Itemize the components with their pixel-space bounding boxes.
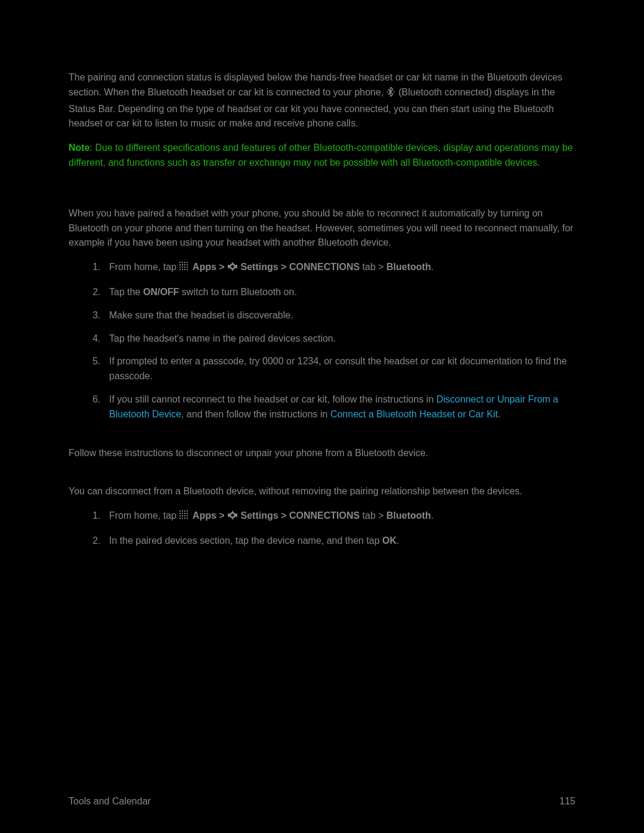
text: .: [498, 409, 500, 419]
svg-rect-24: [182, 513, 183, 514]
apps-label: Apps: [193, 510, 216, 521]
svg-rect-17: [187, 269, 188, 270]
svg-point-18: [231, 265, 234, 268]
apps-grid-icon: [179, 261, 190, 277]
svg-rect-34: [187, 518, 188, 519]
text: From home, tap: [109, 510, 179, 521]
settings-label: Settings: [241, 510, 278, 521]
svg-rect-28: [182, 515, 183, 516]
svg-rect-5: [187, 262, 188, 263]
bluetooth-label: Bluetooth: [386, 262, 431, 272]
list-item: In the paired devices section, tap the d…: [103, 534, 575, 549]
svg-rect-14: [179, 269, 181, 270]
bluetooth-label: Bluetooth: [386, 510, 431, 521]
svg-rect-19: [179, 510, 181, 512]
list-item: If you still cannot reconnect to the hea…: [103, 392, 575, 422]
svg-point-0: [387, 91, 388, 92]
text: From home, tap: [109, 262, 179, 272]
text: , and then follow the instructions in: [181, 409, 330, 419]
list-item: If prompted to enter a passcode, try 000…: [103, 354, 575, 384]
svg-rect-25: [184, 513, 185, 514]
svg-rect-16: [184, 269, 185, 270]
text: switch to turn Bluetooth on.: [179, 287, 296, 297]
text: tab >: [360, 262, 386, 272]
svg-rect-33: [184, 518, 185, 519]
list-item: From home, tap Apps > Settings > CONNECT…: [103, 509, 575, 525]
apps-label: Apps: [193, 262, 216, 272]
gear-icon: [227, 261, 238, 277]
text: >: [278, 262, 289, 272]
svg-rect-22: [187, 510, 188, 512]
svg-rect-26: [187, 513, 188, 514]
note-label: Note: [69, 143, 90, 153]
list-item: Make sure that the headset is discoverab…: [103, 308, 575, 323]
connections-tab-label: CONNECTIONS: [289, 262, 360, 272]
svg-rect-2: [179, 262, 181, 263]
note-paragraph: Note: Due to different specifications an…: [69, 141, 575, 171]
svg-rect-20: [182, 510, 183, 512]
text: >: [216, 510, 227, 521]
svg-rect-7: [182, 264, 183, 265]
svg-rect-9: [187, 264, 188, 265]
text: >: [278, 510, 289, 521]
settings-label: Settings: [241, 262, 278, 272]
svg-rect-31: [179, 518, 181, 519]
document-page: The pairing and connection status is dis…: [0, 0, 644, 833]
disconnect-steps-list: From home, tap Apps > Settings > CONNECT…: [69, 509, 575, 549]
paragraph-disconnect-sub: You can disconnect from a Bluetooth devi…: [69, 484, 575, 499]
list-item: Tap the ON/OFF switch to turn Bluetooth …: [103, 285, 575, 300]
svg-rect-23: [179, 513, 181, 514]
svg-point-1: [394, 91, 395, 92]
svg-rect-15: [182, 269, 183, 270]
list-item: From home, tap Apps > Settings > CONNECT…: [103, 260, 575, 277]
svg-rect-32: [182, 518, 183, 519]
svg-rect-10: [179, 267, 181, 268]
text: >: [216, 262, 227, 272]
text: .: [397, 535, 399, 546]
text: If you still cannot reconnect to the hea…: [109, 394, 436, 404]
svg-rect-11: [182, 267, 183, 268]
bluetooth-connected-icon: [386, 86, 396, 102]
apps-grid-icon: [179, 510, 190, 525]
svg-rect-29: [184, 515, 185, 516]
page-number: 115: [559, 794, 575, 809]
svg-rect-12: [184, 267, 185, 268]
svg-rect-4: [184, 262, 185, 263]
onoff-label: ON/OFF: [143, 287, 179, 297]
svg-rect-6: [179, 264, 181, 265]
svg-rect-3: [182, 262, 183, 263]
gear-icon: [227, 510, 238, 525]
note-body: : Due to different specifications and fe…: [69, 143, 573, 168]
text: .: [431, 262, 434, 272]
connections-tab-label: CONNECTIONS: [289, 510, 360, 521]
text: In the paired devices section, tap the d…: [109, 535, 382, 546]
svg-rect-8: [184, 264, 185, 265]
footer-section-title: Tools and Calendar: [69, 794, 151, 809]
paragraph-reconnect-intro: When you have paired a headset with your…: [69, 206, 575, 250]
svg-rect-27: [179, 515, 181, 516]
ok-label: OK: [382, 535, 397, 546]
reconnect-steps-list: From home, tap Apps > Settings > CONNECT…: [69, 260, 575, 422]
svg-point-35: [231, 514, 234, 517]
paragraph-pairing-status: The pairing and connection status is dis…: [69, 70, 575, 131]
page-footer: Tools and Calendar 115: [69, 794, 575, 809]
svg-rect-30: [187, 515, 188, 516]
text: tab >: [360, 510, 386, 521]
svg-rect-13: [187, 267, 188, 268]
svg-rect-21: [184, 510, 185, 512]
list-item: Tap the headset's name in the paired dev…: [103, 332, 575, 346]
text: .: [431, 510, 434, 521]
link-connect-headset[interactable]: Connect a Bluetooth Headset or Car Kit: [330, 409, 498, 419]
paragraph-disconnect-intro: Follow these instructions to disconnect …: [69, 446, 575, 461]
text: Tap the: [109, 287, 143, 297]
